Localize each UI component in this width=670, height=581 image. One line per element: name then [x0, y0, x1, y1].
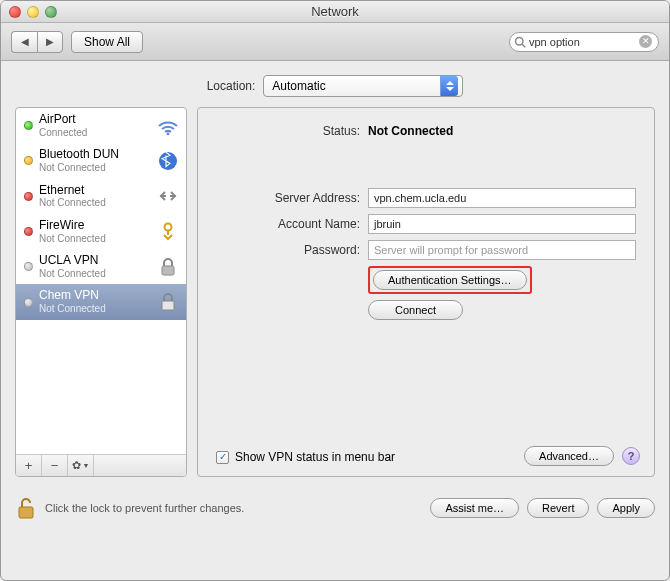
svg-point-3: [159, 152, 177, 170]
services-list: AirPortConnectedBluetooth DUNNot Connect…: [16, 108, 186, 454]
help-button[interactable]: ?: [622, 447, 640, 465]
airport-icon: [156, 114, 180, 138]
svg-rect-7: [19, 507, 33, 518]
bluetooth-icon: [156, 149, 180, 173]
status-dot-icon: [24, 262, 33, 271]
status-dot-icon: [24, 227, 33, 236]
apply-button[interactable]: Apply: [597, 498, 655, 518]
sidebar-item-bluetooth-dun[interactable]: Bluetooth DUNNot Connected: [16, 143, 186, 178]
location-select[interactable]: Automatic: [263, 75, 463, 97]
connect-button[interactable]: Connect: [368, 300, 463, 320]
sidebar-footer: + − ✿▼: [16, 454, 186, 476]
account-name-input[interactable]: jbruin: [368, 214, 636, 234]
toolbar: ◀ ▶ Show All vpn option ✕: [1, 23, 669, 61]
account-name-label: Account Name:: [198, 217, 360, 231]
services-sidebar: AirPortConnectedBluetooth DUNNot Connect…: [15, 107, 187, 477]
service-name: UCLA VPN: [39, 254, 152, 268]
show-vpn-status-label: Show VPN status in menu bar: [235, 450, 395, 464]
password-label: Password:: [198, 243, 360, 257]
svg-rect-6: [162, 301, 174, 310]
status-dot-icon: [24, 156, 33, 165]
show-vpn-status-checkbox[interactable]: ✓: [216, 451, 229, 464]
back-button[interactable]: ◀: [11, 31, 37, 53]
service-status: Not Connected: [39, 268, 152, 280]
service-name: Bluetooth DUN: [39, 148, 152, 162]
service-actions-button[interactable]: ✿▼: [68, 455, 94, 476]
status-label: Status:: [198, 124, 360, 138]
ethernet-icon: [156, 184, 180, 208]
search-icon: [514, 36, 526, 48]
add-service-button[interactable]: +: [16, 455, 42, 476]
server-address-input[interactable]: vpn.chem.ucla.edu: [368, 188, 636, 208]
service-status: Connected: [39, 127, 152, 139]
sidebar-item-ethernet[interactable]: EthernetNot Connected: [16, 179, 186, 214]
clear-search-icon[interactable]: ✕: [639, 35, 652, 48]
vpn-icon: [156, 290, 180, 314]
lock-icon[interactable]: [15, 495, 37, 521]
location-label: Location:: [207, 79, 256, 93]
status-dot-icon: [24, 121, 33, 130]
sidebar-item-chem-vpn[interactable]: Chem VPNNot Connected: [16, 284, 186, 319]
bottom-bar: Click the lock to prevent further change…: [1, 487, 669, 531]
revert-button[interactable]: Revert: [527, 498, 589, 518]
titlebar: Network: [1, 1, 669, 23]
forward-button[interactable]: ▶: [37, 31, 63, 53]
service-status: Not Connected: [39, 197, 152, 209]
remove-service-button[interactable]: −: [42, 455, 68, 476]
location-row: Location: Automatic: [1, 61, 669, 107]
detail-panel: Status: Not Connected Server Address: vp…: [197, 107, 655, 477]
dropdown-arrows-icon: [440, 76, 458, 96]
svg-rect-5: [162, 266, 174, 275]
service-name: FireWire: [39, 219, 152, 233]
assist-me-button[interactable]: Assist me…: [430, 498, 519, 518]
vpn-icon: [156, 255, 180, 279]
service-name: Ethernet: [39, 184, 152, 198]
sidebar-item-ucla-vpn[interactable]: UCLA VPNNot Connected: [16, 249, 186, 284]
nav-segment: ◀ ▶: [11, 31, 63, 53]
service-status: Not Connected: [39, 233, 152, 245]
service-status: Not Connected: [39, 162, 152, 174]
main-area: AirPortConnectedBluetooth DUNNot Connect…: [1, 107, 669, 487]
service-name: AirPort: [39, 113, 152, 127]
sidebar-item-airport[interactable]: AirPortConnected: [16, 108, 186, 143]
firewire-icon: [156, 220, 180, 244]
service-status: Not Connected: [39, 303, 152, 315]
show-vpn-status-row: ✓ Show VPN status in menu bar: [216, 450, 395, 464]
status-dot-icon: [24, 298, 33, 307]
sidebar-item-firewire[interactable]: FireWireNot Connected: [16, 214, 186, 249]
window-title: Network: [1, 4, 669, 19]
svg-line-1: [522, 44, 525, 47]
show-all-button[interactable]: Show All: [71, 31, 143, 53]
status-value: Not Connected: [368, 124, 453, 138]
svg-point-4: [165, 223, 172, 230]
svg-point-2: [167, 132, 170, 134]
password-input[interactable]: Server will prompt for password: [368, 240, 636, 260]
advanced-button[interactable]: Advanced…: [524, 446, 614, 466]
authentication-settings-button[interactable]: Authentication Settings…: [373, 270, 527, 290]
server-address-label: Server Address:: [198, 191, 360, 205]
search-field[interactable]: vpn option ✕: [509, 32, 659, 52]
svg-point-0: [516, 37, 524, 45]
search-text: vpn option: [529, 36, 639, 48]
location-value: Automatic: [272, 79, 325, 93]
status-dot-icon: [24, 192, 33, 201]
lock-text: Click the lock to prevent further change…: [45, 502, 244, 514]
service-name: Chem VPN: [39, 289, 152, 303]
highlight-annotation: Authentication Settings…: [368, 266, 532, 294]
